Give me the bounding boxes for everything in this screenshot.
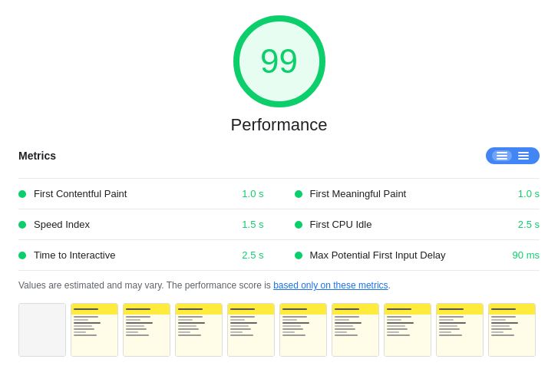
metric-value: 1.0 s: [242, 188, 263, 199]
metric-value: 2.5 s: [242, 249, 263, 261]
metric-name: Time to Interactive: [34, 249, 236, 261]
metrics-header: Metrics: [18, 147, 540, 169]
filmstrip-frame: [332, 303, 379, 357]
score-section: 99 Performance: [18, 15, 540, 135]
metric-row: Speed Index1.5 s: [18, 209, 279, 240]
disclaimer-link[interactable]: based only on these metrics: [273, 280, 388, 291]
metric-value: 90 ms: [513, 249, 540, 261]
metrics-grid: First Contentful Paint1.0 sFirst Meaning…: [18, 178, 540, 271]
metrics-title: Metrics: [18, 150, 56, 162]
metric-name: First Contentful Paint: [34, 188, 236, 199]
score-circle: 99: [233, 15, 325, 107]
disclaimer: Values are estimated and may vary. The p…: [18, 278, 540, 292]
metric-row: Max Potential First Input Delay90 ms: [279, 240, 540, 271]
grid-icon: [518, 152, 529, 160]
metric-row: First Contentful Paint1.0 s: [18, 179, 279, 209]
filmstrip-frame: [123, 303, 170, 357]
filmstrip-frame: [384, 303, 431, 357]
metric-dot: [295, 252, 302, 259]
metric-dot: [295, 190, 302, 198]
metric-dot: [295, 221, 302, 229]
score-label: Performance: [231, 115, 328, 135]
filmstrip: [18, 303, 540, 357]
list-icon: [497, 152, 507, 160]
list-view-button[interactable]: [492, 150, 512, 161]
metric-name: Speed Index: [34, 219, 236, 230]
disclaimer-text-before: Values are estimated and may vary. The p…: [18, 280, 273, 291]
score-value: 99: [260, 42, 298, 81]
grid-view-button[interactable]: [513, 150, 533, 161]
metric-value: 1.5 s: [242, 219, 263, 230]
metric-name: First Meaningful Paint: [310, 188, 512, 199]
disclaimer-text-after: .: [388, 280, 391, 291]
metric-dot: [18, 190, 26, 198]
metric-name: First CPU Idle: [310, 219, 512, 230]
metric-value: 2.5 s: [518, 219, 540, 230]
metric-row: First CPU Idle2.5 s: [279, 209, 540, 240]
filmstrip-frame: [488, 303, 536, 357]
metric-name: Max Potential First Input Delay: [310, 249, 507, 261]
filmstrip-frame: [227, 303, 275, 357]
filmstrip-frame: [18, 303, 66, 357]
filmstrip-frame: [71, 303, 118, 357]
filmstrip-frame: [279, 303, 327, 357]
filmstrip-frame: [175, 303, 223, 357]
metric-dot: [18, 221, 26, 229]
filmstrip-frame: [436, 303, 484, 357]
metric-row: Time to Interactive2.5 s: [18, 240, 279, 271]
metric-value: 1.0 s: [518, 188, 540, 199]
metric-dot: [18, 252, 26, 259]
view-toggle[interactable]: [486, 147, 540, 164]
metric-row: First Meaningful Paint1.0 s: [279, 179, 540, 209]
